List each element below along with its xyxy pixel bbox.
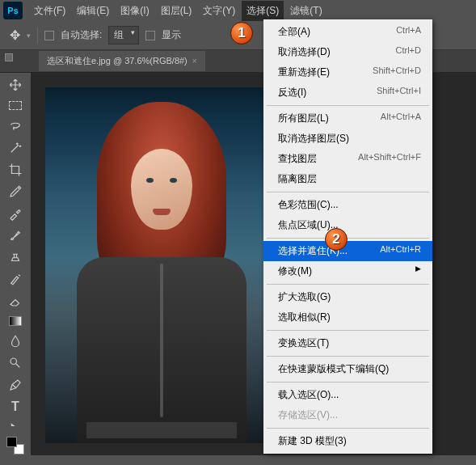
menu-reselect[interactable]: 重新选择(E)Shift+Ctrl+D (263, 62, 432, 82)
status-thumb-area (0, 426, 31, 465)
menu-select-all[interactable]: 全部(A)Ctrl+A (263, 22, 432, 42)
show-checkbox[interactable] (145, 31, 155, 40)
annotation-marker-2: 2 (325, 228, 348, 251)
show-label: 显示 (162, 28, 181, 42)
menu-type[interactable]: 文字(Y) (198, 1, 240, 21)
document-tab[interactable]: 选区和遮住e.jpg @ 37.6%(RGB/8#) × (39, 51, 205, 71)
menu-new-3d-extrusion[interactable]: 新建 3D 模型(3) (263, 431, 432, 451)
menu-similar[interactable]: 选取相似(R) (263, 307, 432, 328)
brush-tool[interactable] (6, 228, 24, 243)
document-image (45, 87, 277, 443)
menu-modify[interactable]: 修改(M)▶ (263, 261, 432, 281)
magic-wand-tool[interactable] (6, 141, 24, 155)
annotation-marker-1: 1 (230, 22, 253, 44)
menu-find-layers[interactable]: 查找图层Alt+Shift+Ctrl+F (263, 149, 432, 169)
menu-grow[interactable]: 扩大选取(G) (263, 287, 432, 307)
dodge-tool[interactable] (6, 356, 24, 370)
menu-all-layers[interactable]: 所有图层(L)Alt+Ctrl+A (263, 108, 432, 129)
menu-select[interactable]: 选择(S) (242, 1, 284, 21)
clone-stamp-tool[interactable] (6, 250, 24, 264)
tab-title: 选区和遮住e.jpg @ 37.6%(RGB/8#) (47, 55, 187, 67)
menu-transform-selection[interactable]: 变换选区(T) (263, 333, 432, 353)
select-menu-dropdown: 全部(A)Ctrl+A 取消选择(D)Ctrl+D 重新选择(E)Shift+C… (263, 19, 432, 454)
menubar: Ps 文件(F) 编辑(E) 图像(I) 图层(L) 文字(Y) 选择(S) 滤… (0, 0, 476, 21)
menu-inverse[interactable]: 反选(I)Shift+Ctrl+I (263, 82, 432, 103)
auto-select-checkbox[interactable] (44, 31, 54, 40)
auto-select-label: 自动选择: (61, 28, 102, 42)
dropdown-affordance-icon: ▾ (27, 32, 31, 40)
menu-isolate-layers[interactable]: 隔离图层 (263, 169, 432, 189)
eyedropper-tool[interactable] (6, 184, 24, 199)
blur-tool[interactable] (6, 334, 24, 349)
marquee-tool[interactable] (6, 99, 24, 112)
menu-focus-area[interactable]: 焦点区域(U)... (263, 215, 432, 235)
menu-save-selection[interactable]: 存储选区(V)... (263, 405, 432, 425)
menu-file[interactable]: 文件(F) (29, 1, 70, 21)
type-tool[interactable]: T (6, 399, 24, 414)
menu-color-range[interactable]: 色彩范围(C)... (263, 195, 432, 215)
menu-deselect-layers[interactable]: 取消选择图层(S) (263, 129, 432, 149)
crop-tool[interactable] (6, 163, 24, 177)
history-brush-tool[interactable] (6, 272, 24, 286)
lasso-tool[interactable] (6, 119, 24, 133)
menu-select-and-mask[interactable]: 选择并遮住(K)...Alt+Ctrl+R (263, 241, 432, 261)
workspace-switcher-icon[interactable] (5, 53, 13, 61)
app-logo: Ps (3, 2, 23, 19)
healing-brush-tool[interactable] (6, 206, 24, 221)
group-select[interactable]: 组 (108, 26, 139, 44)
menu-image[interactable]: 图像(I) (116, 1, 154, 21)
foreground-background-color[interactable] (6, 437, 24, 454)
menu-edit[interactable]: 编辑(E) (72, 1, 114, 21)
menu-load-selection[interactable]: 载入选区(O)... (263, 385, 432, 405)
menu-edit-quick-mask[interactable]: 在快速蒙版模式下编辑(Q) (263, 359, 432, 379)
close-icon[interactable]: × (192, 57, 197, 66)
submenu-arrow-icon: ▶ (415, 264, 421, 278)
eraser-tool[interactable] (6, 294, 24, 308)
menu-layer[interactable]: 图层(L) (156, 1, 197, 21)
menu-filter[interactable]: 滤镜(T) (285, 1, 326, 21)
menu-deselect[interactable]: 取消选择(D)Ctrl+D (263, 42, 432, 62)
gradient-tool[interactable] (6, 315, 24, 328)
move-tool[interactable] (6, 78, 24, 92)
move-icon: ✥ (10, 27, 20, 43)
toolbox: T (0, 73, 31, 455)
pen-tool[interactable] (6, 378, 24, 392)
svg-point-0 (11, 358, 17, 365)
